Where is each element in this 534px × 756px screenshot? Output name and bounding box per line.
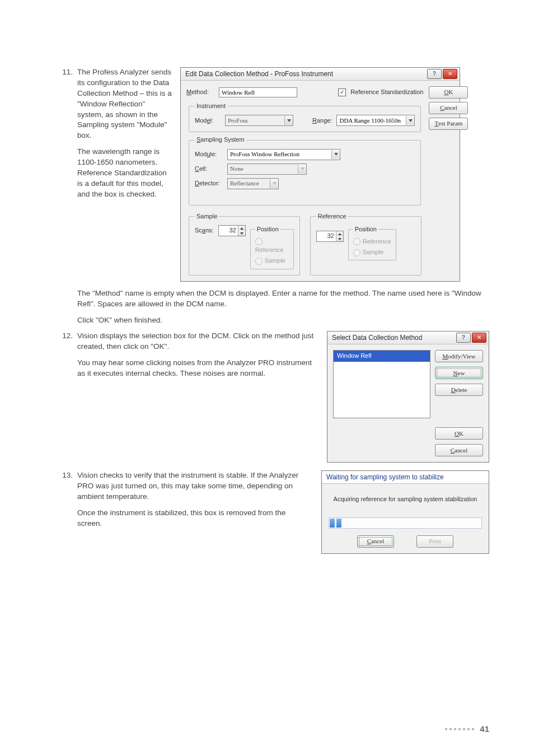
reference-legend: Reference xyxy=(316,212,348,221)
list-item[interactable]: Window Refl xyxy=(334,351,430,361)
cancel-button[interactable]: Cancel xyxy=(429,102,468,114)
chevron-down-icon xyxy=(284,116,293,125)
ref-pos-sample-label: Sample xyxy=(363,249,383,255)
close-icon[interactable]: ✕ xyxy=(472,333,486,343)
delete-button[interactable]: Delete xyxy=(435,384,483,396)
close-icon[interactable]: ✕ xyxy=(443,69,457,79)
position-legend: Position xyxy=(255,225,280,234)
new-button[interactable]: New xyxy=(435,367,483,379)
print-button: Print xyxy=(416,535,453,548)
help-icon[interactable]: ? xyxy=(456,333,471,343)
dlg1-title: Edit Data Collection Method - ProFoss In… xyxy=(185,69,427,79)
dlg3-title: Waiting for sampling system to stabilize xyxy=(326,473,486,482)
model-select[interactable]: ProFoss xyxy=(225,115,293,126)
ok-button[interactable]: OK xyxy=(429,86,468,99)
chevron-down-icon xyxy=(406,116,414,125)
step-11-para-1: The Profess Analyzer sends its configura… xyxy=(77,67,172,141)
cancel-button[interactable]: Cancel xyxy=(357,535,394,548)
ok-button[interactable]: OK xyxy=(435,427,483,440)
cancel-button[interactable]: Cancel xyxy=(435,444,483,456)
instrument-legend: Instrument xyxy=(195,102,227,110)
sample-scans-spinner[interactable]: 32 xyxy=(218,225,246,236)
dlg2-title: Select Data Collection Method xyxy=(332,333,456,343)
sample-position-group: Position Reference Sample xyxy=(250,225,294,269)
ref-pos-reference-radio xyxy=(353,238,360,245)
ref-std-checkbox[interactable]: ✓ xyxy=(338,88,346,96)
stabilize-dialog: Waiting for sampling system to stabilize… xyxy=(321,470,489,553)
detector-label: Detector: xyxy=(195,179,223,188)
sample-legend: Sample xyxy=(195,212,219,221)
help-icon[interactable]: ? xyxy=(427,69,442,79)
range-label: Range: xyxy=(312,116,332,125)
scans-label: Scans: xyxy=(195,226,214,235)
method-label: Method: xyxy=(186,88,214,96)
page-number: 41 xyxy=(480,724,489,734)
ref-std-label: Reference Standardization xyxy=(350,88,423,96)
chevron-down-icon xyxy=(270,179,278,188)
chevron-down-icon xyxy=(298,165,306,174)
reference-group: Reference 32 Positi xyxy=(310,212,421,276)
sampling-legend: Sampling System xyxy=(195,136,246,144)
step-13-para-1: Vision checks to verify that the instrum… xyxy=(77,470,310,502)
sampling-system-group: Sampling System Module: ProFoss Window R… xyxy=(189,136,421,205)
step-11-para-2: The wavelength range is 1100-1650 nanome… xyxy=(77,147,172,199)
dlg3-message: Acquiring reference for sampling system … xyxy=(322,484,489,515)
reference-scans-spinner[interactable]: 32 xyxy=(316,231,344,242)
model-label: Model: xyxy=(195,116,221,125)
page-footer: 41 xyxy=(445,724,489,734)
step-13-para-2: Once the instrument is stabilized, this … xyxy=(77,508,310,529)
spin-down-icon[interactable] xyxy=(238,231,245,236)
step-11-after-2: Click "OK" when finished. xyxy=(77,315,489,326)
detector-select[interactable]: Reflectance xyxy=(227,178,279,189)
step-13-number: 13. xyxy=(56,470,77,553)
ref-pos-sample-radio xyxy=(353,249,360,256)
step-12-para-2: You may hear some clicking noises from t… xyxy=(77,358,316,379)
cell-label: Cell: xyxy=(195,165,223,173)
dcm-listbox[interactable]: Window Refl xyxy=(333,350,430,418)
module-select[interactable]: ProFoss Window Reflection xyxy=(227,149,340,160)
sample-pos-sample-radio xyxy=(255,258,263,265)
spin-up-icon[interactable] xyxy=(336,231,343,236)
step-12-number: 12. xyxy=(56,331,77,463)
test-param-button[interactable]: Test Param xyxy=(429,118,468,130)
spin-down-icon[interactable] xyxy=(336,236,343,241)
chevron-down-icon xyxy=(331,150,340,159)
sample-pos-reference-radio xyxy=(255,238,263,245)
method-input[interactable] xyxy=(219,87,297,97)
edit-dcm-dialog: Edit Data Collection Method - ProFoss In… xyxy=(180,67,460,282)
range-select[interactable]: DDA Range 1100-1650n xyxy=(336,115,415,126)
step-12-para-1: Vision displays the selection box for th… xyxy=(77,331,316,352)
select-dcm-dialog: Select Data Collection Method ? ✕ Window… xyxy=(327,331,489,463)
sample-pos-sample-label: Sample xyxy=(265,257,285,264)
step-11-after-1: The "Method" name is empty when the DCM … xyxy=(77,288,489,310)
progress-bar xyxy=(329,517,482,529)
position-legend-2: Position xyxy=(353,225,378,234)
step-11-number: 11. xyxy=(56,67,77,282)
module-label: Module: xyxy=(195,150,223,158)
modify-view-button[interactable]: Modify/View xyxy=(435,350,483,362)
sample-group: Sample Scans: 32 xyxy=(189,212,300,276)
cell-select[interactable]: None xyxy=(227,164,307,175)
instrument-group: Instrument Model: ProFoss Range: xyxy=(189,102,421,132)
sample-pos-reference-label: Reference xyxy=(255,246,284,253)
spin-up-icon[interactable] xyxy=(238,226,245,231)
reference-position-group: Position Reference Sample xyxy=(348,225,396,260)
ref-pos-reference-label: Reference xyxy=(363,238,391,245)
footer-dots-icon xyxy=(445,728,474,730)
